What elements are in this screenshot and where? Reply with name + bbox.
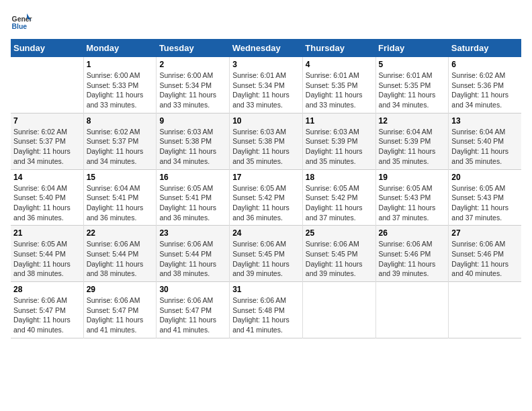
calendar-cell (375, 282, 449, 338)
weekday-header-friday: Friday (375, 39, 449, 57)
calendar-cell: 22Sunrise: 6:06 AM Sunset: 5:44 PM Dayli… (83, 226, 157, 282)
day-number: 20 (451, 173, 519, 182)
day-info: Sunrise: 6:06 AM Sunset: 5:48 PM Dayligh… (232, 295, 300, 335)
calendar-cell: 11Sunrise: 6:03 AM Sunset: 5:39 PM Dayli… (302, 113, 375, 169)
calendar-cell: 15Sunrise: 6:04 AM Sunset: 5:41 PM Dayli… (83, 169, 157, 226)
calendar-cell: 3Sunrise: 6:01 AM Sunset: 5:34 PM Daylig… (230, 57, 303, 113)
calendar-cell: 27Sunrise: 6:06 AM Sunset: 5:46 PM Dayli… (449, 226, 521, 282)
logo: General Blue (11, 11, 32, 32)
calendar-table: SundayMondayTuesdayWednesdayThursdayFrid… (11, 39, 521, 338)
calendar-cell: 19Sunrise: 6:05 AM Sunset: 5:43 PM Dayli… (375, 169, 449, 226)
calendar-cell: 18Sunrise: 6:05 AM Sunset: 5:42 PM Dayli… (302, 169, 375, 226)
day-number: 8 (87, 116, 154, 126)
page-header: General Blue (11, 11, 521, 32)
day-info: Sunrise: 6:06 AM Sunset: 5:44 PM Dayligh… (87, 239, 154, 279)
weekday-header-thursday: Thursday (302, 39, 375, 57)
calendar-cell: 13Sunrise: 6:04 AM Sunset: 5:40 PM Dayli… (449, 113, 521, 169)
calendar-cell: 8Sunrise: 6:02 AM Sunset: 5:37 PM Daylig… (83, 113, 157, 169)
day-number: 25 (306, 228, 373, 238)
day-info: Sunrise: 6:05 AM Sunset: 5:42 PM Dayligh… (306, 183, 373, 223)
calendar-cell: 26Sunrise: 6:06 AM Sunset: 5:46 PM Dayli… (375, 226, 449, 282)
day-number: 2 (159, 60, 226, 69)
calendar-cell: 21Sunrise: 6:05 AM Sunset: 5:44 PM Dayli… (11, 226, 83, 282)
day-info: Sunrise: 6:06 AM Sunset: 5:46 PM Dayligh… (379, 239, 446, 279)
weekday-header-sunday: Sunday (11, 39, 83, 57)
calendar-cell: 6Sunrise: 6:02 AM Sunset: 5:36 PM Daylig… (449, 57, 521, 113)
calendar-cell: 12Sunrise: 6:04 AM Sunset: 5:39 PM Dayli… (375, 113, 449, 169)
day-number: 16 (159, 173, 226, 182)
calendar-cell: 9Sunrise: 6:03 AM Sunset: 5:38 PM Daylig… (157, 113, 230, 169)
calendar-week-row: 14Sunrise: 6:04 AM Sunset: 5:40 PM Dayli… (11, 169, 521, 226)
day-number: 13 (451, 116, 519, 126)
calendar-week-row: 21Sunrise: 6:05 AM Sunset: 5:44 PM Dayli… (11, 226, 521, 282)
calendar-cell: 5Sunrise: 6:01 AM Sunset: 5:35 PM Daylig… (375, 57, 449, 113)
calendar-cell: 23Sunrise: 6:06 AM Sunset: 5:44 PM Dayli… (157, 226, 230, 282)
day-number: 17 (232, 173, 300, 182)
calendar-cell (302, 282, 375, 338)
day-number: 18 (306, 173, 373, 182)
day-number: 29 (87, 285, 154, 294)
day-info: Sunrise: 6:01 AM Sunset: 5:34 PM Dayligh… (232, 71, 300, 110)
day-info: Sunrise: 6:06 AM Sunset: 5:47 PM Dayligh… (87, 295, 154, 335)
weekday-header-saturday: Saturday (449, 39, 521, 57)
day-info: Sunrise: 6:03 AM Sunset: 5:38 PM Dayligh… (159, 127, 226, 167)
day-info: Sunrise: 6:04 AM Sunset: 5:40 PM Dayligh… (451, 127, 519, 167)
day-number: 21 (13, 228, 81, 238)
day-info: Sunrise: 6:06 AM Sunset: 5:44 PM Dayligh… (159, 239, 226, 279)
day-info: Sunrise: 6:02 AM Sunset: 5:36 PM Dayligh… (451, 71, 519, 110)
day-info: Sunrise: 6:01 AM Sunset: 5:35 PM Dayligh… (379, 71, 446, 110)
logo-icon: General Blue (11, 11, 32, 32)
day-number: 28 (13, 285, 81, 294)
day-number: 14 (13, 173, 81, 182)
day-info: Sunrise: 6:05 AM Sunset: 5:43 PM Dayligh… (451, 183, 519, 223)
calendar-cell: 7Sunrise: 6:02 AM Sunset: 5:37 PM Daylig… (11, 113, 83, 169)
day-info: Sunrise: 6:03 AM Sunset: 5:39 PM Dayligh… (306, 127, 373, 167)
day-number: 7 (13, 116, 81, 126)
day-info: Sunrise: 6:05 AM Sunset: 5:41 PM Dayligh… (159, 183, 226, 223)
calendar-week-row: 28Sunrise: 6:06 AM Sunset: 5:47 PM Dayli… (11, 282, 521, 338)
calendar-cell (449, 282, 521, 338)
day-info: Sunrise: 6:06 AM Sunset: 5:45 PM Dayligh… (306, 239, 373, 279)
day-info: Sunrise: 6:05 AM Sunset: 5:42 PM Dayligh… (232, 183, 300, 223)
day-number: 12 (379, 116, 446, 126)
day-info: Sunrise: 6:02 AM Sunset: 5:37 PM Dayligh… (13, 127, 81, 167)
calendar-cell: 4Sunrise: 6:01 AM Sunset: 5:35 PM Daylig… (302, 57, 375, 113)
day-number: 30 (159, 285, 226, 294)
day-number: 24 (232, 228, 300, 238)
day-info: Sunrise: 6:04 AM Sunset: 5:41 PM Dayligh… (87, 183, 154, 223)
day-number: 31 (232, 285, 300, 294)
day-info: Sunrise: 6:02 AM Sunset: 5:37 PM Dayligh… (87, 127, 154, 167)
day-number: 4 (306, 60, 373, 69)
day-info: Sunrise: 6:00 AM Sunset: 5:33 PM Dayligh… (87, 71, 154, 110)
calendar-cell: 20Sunrise: 6:05 AM Sunset: 5:43 PM Dayli… (449, 169, 521, 226)
calendar-cell (11, 57, 83, 113)
day-number: 26 (379, 228, 446, 238)
day-info: Sunrise: 6:06 AM Sunset: 5:47 PM Dayligh… (13, 295, 81, 335)
day-number: 10 (232, 116, 300, 126)
day-number: 11 (306, 116, 373, 126)
day-info: Sunrise: 6:06 AM Sunset: 5:45 PM Dayligh… (232, 239, 300, 279)
day-number: 5 (379, 60, 446, 69)
day-number: 23 (159, 228, 226, 238)
calendar-cell: 28Sunrise: 6:06 AM Sunset: 5:47 PM Dayli… (11, 282, 83, 338)
calendar-cell: 29Sunrise: 6:06 AM Sunset: 5:47 PM Dayli… (83, 282, 157, 338)
calendar-cell: 10Sunrise: 6:03 AM Sunset: 5:38 PM Dayli… (230, 113, 303, 169)
calendar-cell: 1Sunrise: 6:00 AM Sunset: 5:33 PM Daylig… (83, 57, 157, 113)
day-info: Sunrise: 6:06 AM Sunset: 5:47 PM Dayligh… (159, 295, 226, 335)
calendar-week-row: 7Sunrise: 6:02 AM Sunset: 5:37 PM Daylig… (11, 113, 521, 169)
day-number: 9 (159, 116, 226, 126)
weekday-header-tuesday: Tuesday (157, 39, 230, 57)
calendar-cell: 17Sunrise: 6:05 AM Sunset: 5:42 PM Dayli… (230, 169, 303, 226)
calendar-cell: 31Sunrise: 6:06 AM Sunset: 5:48 PM Dayli… (230, 282, 303, 338)
calendar-cell: 30Sunrise: 6:06 AM Sunset: 5:47 PM Dayli… (157, 282, 230, 338)
weekday-header-row: SundayMondayTuesdayWednesdayThursdayFrid… (11, 39, 521, 57)
day-number: 6 (451, 60, 519, 69)
day-number: 1 (87, 60, 154, 69)
day-number: 15 (87, 173, 154, 182)
day-info: Sunrise: 6:03 AM Sunset: 5:38 PM Dayligh… (232, 127, 300, 167)
day-info: Sunrise: 6:05 AM Sunset: 5:44 PM Dayligh… (13, 239, 81, 279)
day-number: 3 (232, 60, 300, 69)
day-info: Sunrise: 6:05 AM Sunset: 5:43 PM Dayligh… (379, 183, 446, 223)
day-number: 22 (87, 228, 154, 238)
calendar-cell: 2Sunrise: 6:00 AM Sunset: 5:34 PM Daylig… (157, 57, 230, 113)
